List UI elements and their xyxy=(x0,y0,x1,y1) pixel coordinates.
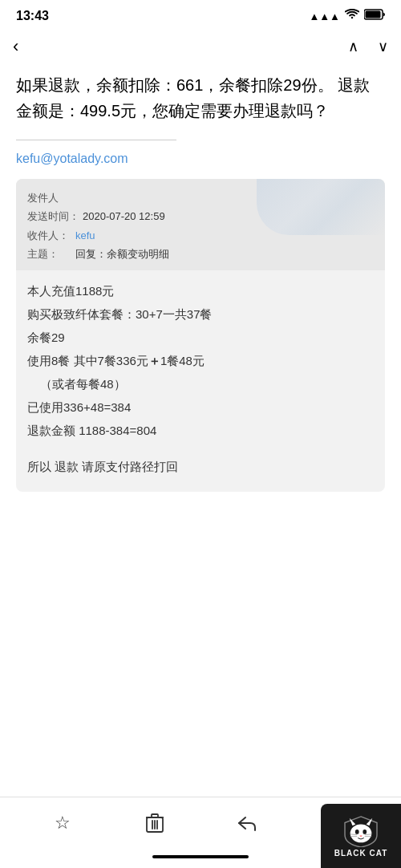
body-line-6: 已使用336+48=384 xyxy=(27,396,374,418)
email-link[interactable]: kefu@yotalady.com xyxy=(16,152,385,166)
email-header: 发件人 发送时间： 2020-07-20 12:59 收件人： kefu 主题：… xyxy=(16,179,385,270)
battery-icon xyxy=(364,9,385,23)
recipient-link[interactable]: kefu xyxy=(75,226,95,245)
body-footer-line: 所以 退款 请原支付路径打回 xyxy=(27,456,374,477)
plus-symbol: ＋ xyxy=(148,354,160,367)
nav-arrows: ∧ ∨ xyxy=(348,38,388,55)
nav-bar: ‹ ∧ ∨ xyxy=(0,29,401,64)
sendtime-label: 发送时间： xyxy=(27,207,79,225)
nav-down-button[interactable]: ∨ xyxy=(378,38,388,55)
body-line-4: 使用8餐 其中7餐336元＋1餐48元 xyxy=(27,350,374,371)
email-meta: 发件人 发送时间： 2020-07-20 12:59 收件人： kefu 主题：… xyxy=(27,189,374,264)
body-line-1: 本人充值1188元 xyxy=(27,280,374,302)
svg-rect-1 xyxy=(366,11,381,18)
email-sendtime-row: 发送时间： 2020-07-20 12:59 xyxy=(27,207,374,225)
subject-label: 主题： xyxy=(27,245,72,263)
signal-icon: ▲▲▲ xyxy=(309,10,340,22)
body-line-3: 余餐29 xyxy=(27,327,374,348)
reply-button[interactable] xyxy=(229,805,265,841)
email-body: 本人充值1188元 购买极致纤体套餐：30+7一共37餐 余餐29 使用8餐 其… xyxy=(16,270,385,477)
svg-point-7 xyxy=(363,829,367,834)
sender-label: 发件人 xyxy=(27,189,72,207)
back-button[interactable]: ‹ xyxy=(13,36,18,57)
body-line-7: 退款金额 1188-384=804 xyxy=(27,420,374,441)
refund-message: 如果退款，余额扣除：661，余餐扣除29份。 退款金额是：499.5元，您确定需… xyxy=(16,72,385,124)
svg-point-3 xyxy=(350,824,372,842)
recipient-label: 收件人： xyxy=(27,226,72,245)
status-bar: 13:43 ▲▲▲ xyxy=(0,0,401,29)
main-content: 如果退款，余额扣除：661，余餐扣除29份。 退款金额是：499.5元，您确定需… xyxy=(0,64,401,492)
delete-button[interactable] xyxy=(137,805,172,841)
email-subject-row: 主题： 回复：余额变动明细 xyxy=(27,245,374,263)
home-bar xyxy=(152,855,249,858)
subject-value: 回复：余额变动明细 xyxy=(75,245,169,263)
status-icons: ▲▲▲ xyxy=(309,9,385,23)
star-button[interactable]: ☆ xyxy=(45,805,80,841)
email-sender-row: 发件人 xyxy=(27,189,374,207)
sendtime-value: 2020-07-20 12:59 xyxy=(83,207,165,225)
body-line-2: 购买极致纤体套餐：30+7一共37餐 xyxy=(27,303,374,325)
black-cat-badge: BLACK CAT xyxy=(321,804,401,868)
email-recipient-row: 收件人： kefu xyxy=(27,226,374,245)
cat-logo-icon xyxy=(341,815,381,847)
black-cat-label: BLACK CAT xyxy=(334,849,388,858)
email-card: 发件人 发送时间： 2020-07-20 12:59 收件人： kefu 主题：… xyxy=(16,179,385,492)
status-time: 13:43 xyxy=(16,9,49,23)
divider xyxy=(16,140,176,140)
svg-point-6 xyxy=(355,829,359,834)
wifi-icon xyxy=(345,9,359,23)
nav-up-button[interactable]: ∧ xyxy=(348,38,358,55)
body-line-5: （或者每餐48） xyxy=(27,373,374,395)
